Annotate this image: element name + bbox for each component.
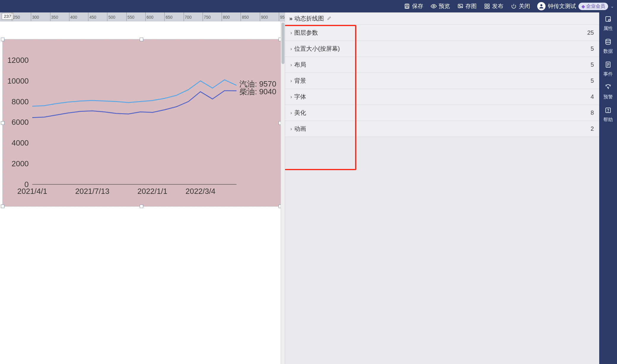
ruler-tick: 450 [88, 12, 88, 21]
document-icon [605, 61, 612, 70]
svg-point-5 [459, 5, 460, 6]
property-row-label: 图层参数 [294, 29, 318, 37]
chevron-right-icon: › [290, 46, 292, 52]
publish-label: 发布 [492, 2, 503, 10]
ruler-tick-label: 900 [261, 15, 268, 20]
y-axis-tick-label: 6000 [12, 118, 29, 126]
property-row-count: 5 [591, 45, 594, 52]
property-row[interactable]: ›图层参数25 [285, 25, 599, 41]
ruler-tick-label: 600 [147, 15, 153, 20]
property-row-label: 背景 [294, 77, 306, 85]
ruler-tick-label: 400 [70, 15, 77, 20]
alert-icon [605, 84, 612, 93]
svg-rect-2 [406, 7, 408, 8]
tab-events[interactable]: 事件 [603, 61, 613, 77]
user-name: 钟传文测试 [548, 2, 576, 10]
save-image-button[interactable]: 存图 [457, 2, 477, 10]
image-icon [457, 3, 464, 9]
ruler-tick: 600 [145, 12, 146, 21]
property-row-label: 布局 [294, 61, 306, 69]
attributes-icon [605, 15, 612, 24]
property-row-label: 位置大小(按屏幕) [294, 45, 340, 53]
side-tab-bar: 属性 数据 事件 预警 帮助 [599, 12, 617, 364]
ruler-tick-label: 550 [128, 15, 134, 20]
chevron-right-icon: › [290, 110, 292, 116]
property-row[interactable]: ›布局5 [285, 57, 599, 73]
ruler-tick: 700 [184, 12, 184, 21]
top-toolbar: 保存 预览 存图 发布 关闭 钟传文测试 ◆ 企业会员 ⌄ [0, 0, 617, 12]
scrollbar-thumb[interactable] [282, 23, 284, 64]
ruler-tick-label: 350 [51, 15, 58, 20]
tab-help[interactable]: 帮助 [603, 107, 613, 123]
publish-button[interactable]: 发布 [484, 2, 503, 10]
preview-button[interactable]: 预览 [430, 2, 450, 10]
property-row-label: 动画 [294, 125, 306, 133]
edit-icon[interactable] [327, 16, 332, 22]
grid-icon [484, 3, 490, 9]
chevron-right-icon: › [290, 94, 292, 100]
x-axis-tick-label: 2022/3/4 [185, 187, 215, 195]
ruler-tick-label: 300 [32, 15, 39, 20]
tab-attributes[interactable]: 属性 [603, 15, 613, 32]
collapse-icon[interactable]: » [289, 15, 291, 22]
svg-rect-8 [485, 7, 487, 9]
canvas-scrollbar[interactable] [281, 21, 285, 364]
close-button[interactable]: 关闭 [511, 2, 530, 10]
gem-icon: ◆ [581, 4, 585, 9]
tab-events-label: 事件 [603, 71, 613, 77]
x-axis-tick-label: 2021/7/13 [75, 187, 109, 195]
ruler-tick: 900 [260, 12, 260, 21]
ruler-tick-label: 250 [13, 15, 20, 20]
avatar-icon [537, 2, 546, 10]
property-row-label: 美化 [294, 109, 306, 117]
property-row[interactable]: ›背景5 [285, 73, 599, 89]
y-axis-tick-label: 12000 [7, 56, 29, 64]
tab-data[interactable]: 数据 [603, 38, 613, 55]
svg-rect-1 [406, 4, 408, 5]
property-row[interactable]: ›位置大小(按屏幕)5 [285, 41, 599, 57]
property-row-count: 2 [591, 125, 594, 132]
panel-title: 动态折线图 [294, 15, 324, 23]
property-row[interactable]: ›动画2 [285, 121, 599, 137]
property-row-count: 8 [591, 109, 594, 116]
save-image-label: 存图 [465, 2, 477, 10]
property-row-label: 字体 [294, 93, 306, 101]
save-icon [404, 3, 410, 9]
svg-rect-7 [488, 4, 489, 6]
ruler-tick-label: 500 [108, 15, 115, 20]
canvas-area[interactable]: 020004000600080001000012000 2021/4/12021… [0, 21, 285, 364]
chart-selection-frame[interactable]: 020004000600080001000012000 2021/4/12021… [2, 39, 281, 207]
property-row[interactable]: ›字体4 [285, 89, 599, 105]
ruler-cursor-value: 237 [4, 14, 11, 19]
member-badge: ◆ 企业会员 [578, 3, 608, 10]
svg-rect-9 [488, 7, 489, 9]
ruler-tick: 850 [241, 12, 241, 21]
y-axis-tick-label: 4000 [12, 139, 29, 147]
properties-panel-header[interactable]: » 动态折线图 [285, 12, 599, 25]
ruler-tick: 800 [222, 12, 222, 21]
ruler-tick: 650 [164, 12, 165, 21]
property-row[interactable]: ›美化8 [285, 105, 599, 121]
x-axis-tick-label: 2021/4/1 [17, 187, 47, 195]
save-button[interactable]: 保存 [404, 2, 423, 10]
ruler-tick: 400 [69, 12, 69, 21]
save-label: 保存 [412, 2, 423, 10]
chevron-right-icon: › [290, 30, 292, 36]
x-axis-tick-label: 2022/1/1 [137, 187, 167, 195]
property-row-count: 5 [591, 77, 594, 84]
help-icon [605, 107, 612, 116]
member-label: 企业会员 [586, 3, 605, 9]
svg-point-10 [540, 4, 543, 6]
ruler-tick-label: 700 [185, 15, 192, 20]
close-label: 关闭 [519, 2, 530, 10]
chart-series-柴油 [32, 91, 237, 118]
tab-alert[interactable]: 预警 [603, 84, 613, 100]
y-axis-tick-label: 10000 [7, 77, 29, 85]
tab-data-label: 数据 [603, 48, 613, 55]
chart-end-label: 柴油: 9040 [239, 87, 276, 96]
svg-point-13 [608, 19, 610, 21]
power-icon [511, 3, 517, 9]
svg-point-14 [606, 39, 610, 41]
user-menu[interactable]: 钟传文测试 ◆ 企业会员 ⌄ [537, 2, 614, 10]
chevron-right-icon: › [290, 126, 292, 132]
